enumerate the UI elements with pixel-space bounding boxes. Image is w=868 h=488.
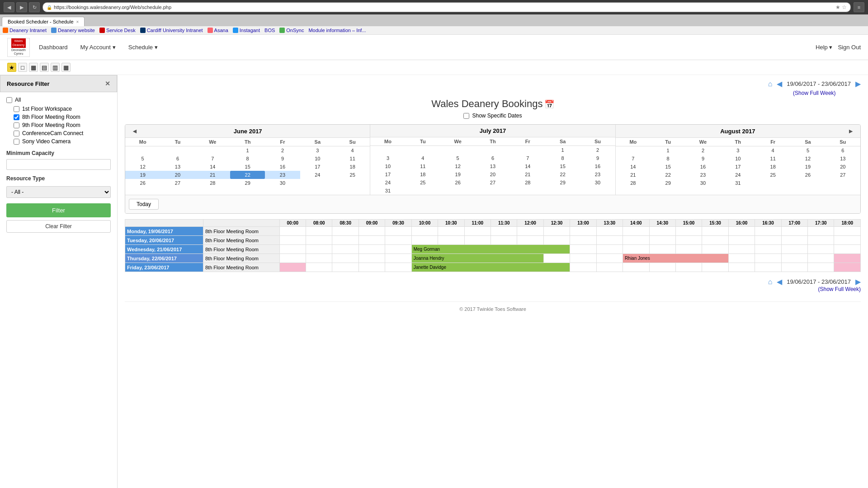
june-day-21[interactable]: 21	[195, 171, 230, 179]
bookmark-service-desk[interactable]: Service Desk	[99, 28, 136, 33]
tuesday-cell-15[interactable]	[675, 236, 702, 245]
resource-type-select[interactable]: - All -	[6, 186, 111, 198]
thursday-cell-0[interactable]	[279, 254, 306, 263]
june-day-22[interactable]: 22	[230, 171, 265, 179]
july-day-2[interactable]: 2	[580, 146, 615, 154]
july-day-10[interactable]: 10	[370, 162, 405, 170]
august-day-23[interactable]: 23	[685, 171, 720, 179]
june-day-25[interactable]: 25	[335, 171, 370, 179]
august-day-28[interactable]: 28	[616, 179, 651, 187]
august-day-13[interactable]: 13	[826, 155, 860, 163]
august-day-5[interactable]: 5	[790, 146, 825, 155]
august-day-24[interactable]: 24	[721, 171, 755, 179]
wednesday-cell-16[interactable]	[702, 245, 728, 254]
july-day-7[interactable]: 7	[510, 154, 545, 162]
monday-cell-5[interactable]	[411, 227, 438, 236]
july-day-8[interactable]: 8	[545, 154, 580, 162]
clear-filter-button[interactable]: Clear Filter	[6, 220, 111, 233]
june-day-19[interactable]: 19	[125, 171, 160, 179]
june-day-17[interactable]: 17	[300, 163, 335, 171]
july-day-17[interactable]: 17	[370, 170, 405, 178]
july-day-31[interactable]: 31	[370, 187, 405, 195]
filter-all-item[interactable]: All	[6, 97, 111, 103]
july-day-22[interactable]: 22	[545, 170, 580, 178]
june-day-7[interactable]: 7	[195, 155, 230, 163]
tab-close-button[interactable]: ×	[76, 19, 79, 24]
schedule-home-button-bottom[interactable]: ⌂	[768, 278, 773, 286]
thursday-cell-21[interactable]	[834, 254, 861, 263]
august-day-2[interactable]: 2	[685, 146, 720, 155]
june-day-9[interactable]: 9	[265, 155, 300, 163]
schedule-next-button-top[interactable]: ▶	[855, 80, 861, 88]
july-day-20[interactable]: 20	[475, 170, 510, 178]
refresh-button[interactable]: ↻	[29, 2, 40, 12]
friday-cell-1[interactable]	[306, 263, 332, 272]
tuesday-cell-20[interactable]	[808, 236, 834, 245]
friday-cell-18[interactable]	[755, 263, 781, 272]
july-day-3[interactable]: 3	[370, 154, 405, 162]
tuesday-cell-8[interactable]	[491, 236, 517, 245]
monday-cell-8[interactable]	[491, 227, 517, 236]
wednesday-cell-12[interactable]	[596, 245, 623, 254]
monday-cell-7[interactable]	[464, 227, 491, 236]
june-prev-button[interactable]: ◄	[128, 127, 142, 135]
august-day-4[interactable]: 4	[755, 146, 790, 155]
tuesday-cell-3[interactable]	[359, 236, 385, 245]
bookmark-deanery-intranet[interactable]: Deanery Intranet	[3, 28, 47, 33]
filter-item-8th-floor[interactable]: 8th Floor Meeting Room	[14, 114, 111, 120]
july-day-15[interactable]: 15	[545, 162, 580, 170]
july-day-14[interactable]: 14	[510, 162, 545, 170]
monday-cell-15[interactable]	[675, 227, 702, 236]
july-day-19[interactable]: 19	[440, 170, 475, 178]
tuesday-cell-17[interactable]	[728, 236, 755, 245]
tuesday-cell-19[interactable]	[781, 236, 807, 245]
thursday-cell-20[interactable]	[808, 254, 834, 263]
active-tab[interactable]: Booked Scheduler - Schedule ×	[2, 17, 85, 26]
august-day-16[interactable]: 16	[685, 163, 720, 171]
filter-button[interactable]: Filter	[6, 203, 111, 217]
august-day-17[interactable]: 17	[721, 163, 755, 171]
monday-cell-9[interactable]	[517, 227, 543, 236]
browser-menu-button[interactable]: ≡	[854, 2, 864, 12]
august-day-10[interactable]: 10	[721, 155, 755, 163]
june-day-2[interactable]: 2	[265, 146, 300, 155]
show-full-week-top[interactable]: (Show Full Week)	[793, 90, 835, 96]
tuesday-cell-7[interactable]	[464, 236, 491, 245]
address-bar[interactable]: 🔒 https://bookings.walesdeanery.org/Web/…	[42, 2, 851, 12]
tuesday-cell-21[interactable]	[834, 236, 861, 245]
tuesday-cell-16[interactable]	[702, 236, 728, 245]
july-day-16[interactable]: 16	[580, 162, 615, 170]
monday-cell-2[interactable]	[332, 227, 359, 236]
filter-checkbox-conferencecam[interactable]	[14, 131, 19, 136]
august-day-31[interactable]: 31	[721, 179, 755, 187]
wednesday-cell-13[interactable]	[623, 245, 649, 254]
min-capacity-input[interactable]	[6, 159, 111, 170]
tuesday-cell-11[interactable]	[570, 236, 596, 245]
monday-cell-10[interactable]	[543, 227, 570, 236]
friday-cell-12[interactable]	[596, 263, 623, 272]
august-day-9[interactable]: 9	[685, 155, 720, 163]
friday-cell-21[interactable]	[834, 263, 861, 272]
filter-close-button[interactable]: ✕	[105, 80, 110, 87]
june-day-11[interactable]: 11	[335, 155, 370, 163]
july-day-13[interactable]: 13	[475, 162, 510, 170]
bookmark-bos[interactable]: BOS	[264, 28, 275, 33]
june-day-28[interactable]: 28	[195, 179, 230, 187]
june-day-13[interactable]: 13	[160, 163, 195, 171]
august-day-27[interactable]: 27	[826, 171, 860, 179]
thursday-cell-3[interactable]	[359, 254, 385, 263]
filter-all-checkbox[interactable]	[6, 97, 12, 103]
help-button[interactable]: Help ▾	[816, 44, 832, 51]
friday-cell-4[interactable]	[385, 263, 411, 272]
june-day-8[interactable]: 8	[230, 155, 265, 163]
my-account-nav-item[interactable]: My Account ▾	[75, 41, 121, 53]
wednesday-cell-4[interactable]	[385, 245, 411, 254]
july-day-1[interactable]: 1	[545, 146, 580, 154]
august-day-20[interactable]: 20	[826, 163, 860, 171]
friday-cell-3[interactable]	[359, 263, 385, 272]
show-full-week-bottom[interactable]: (Show Full Week)	[818, 286, 861, 292]
sign-out-button[interactable]: Sign Out	[838, 44, 861, 51]
wednesday-cell-11[interactable]	[570, 245, 596, 254]
back-button[interactable]: ◀	[4, 2, 14, 12]
august-day-21[interactable]: 21	[616, 171, 651, 179]
